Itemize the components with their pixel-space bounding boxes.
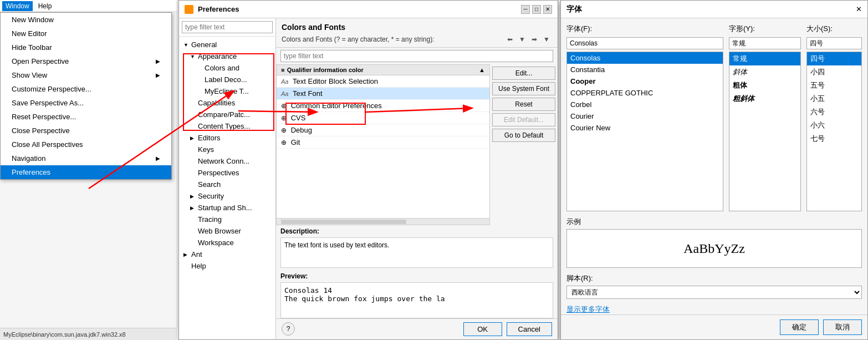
- font-preview-box: AaBbYyZz: [566, 229, 862, 268]
- tree-item-tracing[interactable]: Tracing: [179, 214, 275, 225]
- font-size-label: 大小(S):: [806, 24, 862, 34]
- menu-item-preferences[interactable]: Preferences: [1, 165, 171, 179]
- content-filter-input[interactable]: [280, 50, 553, 62]
- nav-dropdown-button[interactable]: ▼: [517, 34, 528, 45]
- tree-item-security[interactable]: ▶ Security: [179, 190, 275, 202]
- font-dialog-close-button[interactable]: ✕: [856, 5, 862, 13]
- menu-item-close-perspective[interactable]: Close Perspective: [1, 124, 171, 138]
- font-style-list: 常规 斜体 粗体 粗斜体: [729, 52, 801, 211]
- font-family-input[interactable]: [566, 37, 723, 49]
- go-to-default-button[interactable]: Go to Default: [492, 129, 555, 142]
- tree-item-ant[interactable]: ▶ Ant: [179, 248, 275, 260]
- font-family-courier[interactable]: Courier: [567, 110, 723, 122]
- debug-item[interactable]: ⊕ Debug: [277, 124, 489, 136]
- tree-item-web-browser[interactable]: Web Browser: [179, 225, 275, 237]
- font-family-consolas[interactable]: Consolas: [567, 52, 723, 64]
- font-family-constantia[interactable]: Constantia: [567, 64, 723, 75]
- menu-item-new-window[interactable]: New Window: [1, 13, 171, 27]
- font-script-select[interactable]: 西欧语言: [566, 286, 862, 299]
- font-style-bold-italic[interactable]: 粗斜体: [729, 92, 800, 105]
- font-size-input[interactable]: [806, 37, 862, 49]
- font-style-column: 字形(Y): 常规 斜体 粗体 粗斜体: [729, 24, 801, 211]
- font-size-5[interactable]: 五号: [807, 79, 861, 92]
- font-size-s4[interactable]: 小四: [807, 65, 861, 79]
- menu-item-save-perspective[interactable]: Save Perspective As...: [1, 96, 171, 110]
- font-size-s5[interactable]: 小五: [807, 92, 861, 105]
- cvs-item[interactable]: ⊕ CVS: [277, 112, 489, 124]
- font-family-cooper[interactable]: Cooper: [567, 75, 723, 87]
- font-ok-button[interactable]: 确定: [780, 319, 819, 335]
- content-header: Colors and Fonts Colors and Fonts (? = a…: [276, 18, 558, 48]
- tree-item-compare[interactable]: Compare/Patc...: [179, 109, 275, 120]
- reset-button[interactable]: Reset: [492, 98, 555, 111]
- tree-item-workspace[interactable]: Workspace: [179, 237, 275, 248]
- close-button[interactable]: ✕: [543, 5, 552, 14]
- font-family-courier-new[interactable]: Courier New: [567, 122, 723, 134]
- preferences-title-buttons: ─ □ ✕: [521, 5, 552, 14]
- help-button[interactable]: ?: [282, 322, 295, 336]
- font-style-italic[interactable]: 斜体: [729, 65, 800, 79]
- horizontal-scrollbar[interactable]: [281, 220, 406, 224]
- tree-item-keys[interactable]: Keys: [179, 144, 275, 155]
- menu-item-close-all-perspectives[interactable]: Close All Perspectives: [1, 138, 171, 151]
- menu-item-hide-toolbar[interactable]: Hide Toolbar: [1, 40, 171, 54]
- font-family-corbel[interactable]: Corbel: [567, 99, 723, 110]
- cancel-button[interactable]: Cancel: [507, 322, 552, 336]
- tree-item-colors-fonts[interactable]: Colors and: [179, 62, 275, 74]
- tree-filter-input[interactable]: [182, 21, 273, 33]
- use-system-font-button[interactable]: Use System Font: [492, 82, 555, 95]
- menu-item-open-perspective[interactable]: Open Perspective ▶: [1, 54, 171, 68]
- font-size-4[interactable]: 四号: [807, 52, 861, 65]
- font-preview-section: 示例 AaBbYyZz: [561, 217, 867, 268]
- maximize-button[interactable]: □: [532, 5, 541, 14]
- minimize-button[interactable]: ─: [521, 5, 530, 14]
- font-dialog: 字体 ✕ 字体(F): Consolas Constantia Cooper C…: [560, 0, 868, 340]
- startup-arrow: ▶: [190, 205, 196, 211]
- edit-button[interactable]: Edit...: [492, 67, 555, 80]
- tree-item-startup[interactable]: ▶ Startup and Sh...: [179, 202, 275, 214]
- font-style-regular[interactable]: 常规: [729, 52, 800, 65]
- ant-arrow: ▶: [183, 252, 189, 257]
- menu-item-show-view[interactable]: Show View ▶: [1, 68, 171, 82]
- preview-label: Preview:: [280, 272, 553, 280]
- tree-item-perspectives[interactable]: Perspectives: [179, 167, 275, 179]
- appearance-arrow: ▼: [190, 54, 196, 59]
- font-style-input[interactable]: [729, 37, 801, 49]
- font-style-bold[interactable]: 粗体: [729, 79, 800, 92]
- tree-item-capabilities[interactable]: Capabilities: [179, 97, 275, 109]
- text-font-item[interactable]: Aa Text Font: [277, 88, 489, 100]
- text-editor-block-item[interactable]: Aa Text Editor Block Selection: [277, 75, 489, 88]
- nav-back-button[interactable]: ⬅: [504, 34, 515, 45]
- nav-forward2-button[interactable]: ▼: [541, 34, 552, 45]
- tree-item-search[interactable]: Search: [179, 179, 275, 190]
- font-family-copperplate[interactable]: COPPERPLATE GOTHIC: [567, 87, 723, 99]
- git-item[interactable]: ⊕ Git: [277, 136, 489, 149]
- tree-item-content-types[interactable]: Content Types...: [179, 120, 275, 132]
- menu-item-reset-perspective[interactable]: Reset Perspective...: [1, 110, 171, 124]
- ok-button[interactable]: OK: [463, 322, 502, 336]
- menu-item-new-editor[interactable]: New Editor: [1, 27, 171, 40]
- font-size-6[interactable]: 六号: [807, 105, 861, 119]
- edit-default-button[interactable]: Edit Default...: [492, 113, 555, 126]
- more-fonts-link[interactable]: 显示更多字体: [561, 305, 867, 314]
- preferences-dialog: Preferences ─ □ ✕ ▼ General ▼ Appearance: [178, 0, 558, 340]
- menu-item-customize-perspective[interactable]: Customize Perspective...: [1, 82, 171, 96]
- ide-background: Window Help New Window New Editor Hide T…: [0, 0, 177, 340]
- tree-item-editors[interactable]: ▶ Editors: [179, 132, 275, 144]
- tree-item-general[interactable]: ▼ General: [179, 39, 275, 50]
- font-size-7[interactable]: 七号: [807, 132, 861, 145]
- qualifier-color-item[interactable]: ■ Qualifier information color ▲: [277, 65, 489, 75]
- font-size-s6[interactable]: 小六: [807, 119, 861, 132]
- tree-item-myeclipse-t[interactable]: MyEclipse T...: [179, 85, 275, 97]
- tree-item-help[interactable]: Help: [179, 260, 275, 272]
- common-editor-prefs-item[interactable]: ⊕ Common Editor Preferences: [277, 100, 489, 112]
- tree-item-network[interactable]: Network Conn...: [179, 155, 275, 167]
- menu-item-navigation[interactable]: Navigation ▶: [1, 151, 171, 165]
- tree-item-label-deco[interactable]: Label Deco...: [179, 74, 275, 85]
- nav-forward-button[interactable]: ➡: [529, 34, 540, 45]
- menu-window[interactable]: Window: [2, 1, 33, 11]
- font-cancel-button[interactable]: 取消: [823, 319, 862, 335]
- description-preview-area: Description: The text font is used by te…: [276, 227, 558, 318]
- menu-help[interactable]: Help: [38, 2, 52, 10]
- tree-item-appearance[interactable]: ▼ Appearance: [179, 50, 275, 62]
